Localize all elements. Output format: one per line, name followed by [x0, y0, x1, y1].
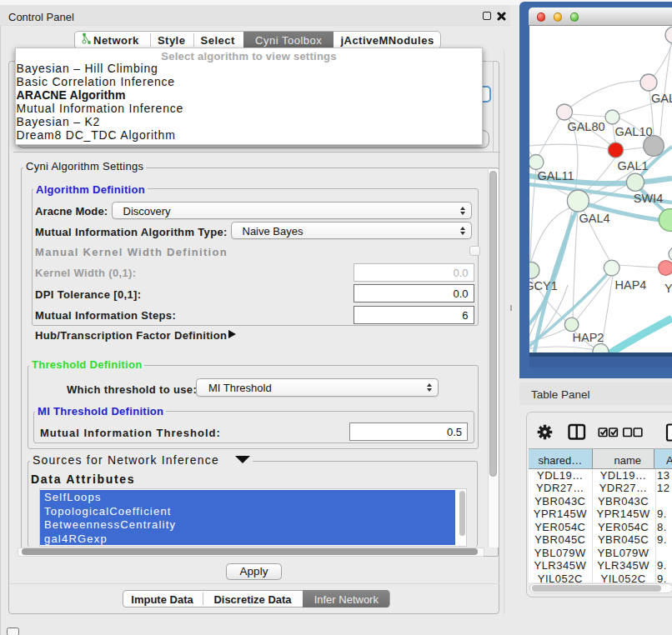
svg-text:YJ: YJ: [664, 282, 672, 295]
svg-text:HAP4: HAP4: [615, 278, 647, 292]
svg-text:GAL1: GAL1: [617, 159, 648, 172]
svg-text:GAL80: GAL80: [567, 120, 604, 133]
svg-text:GAL7: GAL7: [651, 92, 672, 105]
svg-text:SWI4: SWI4: [634, 192, 663, 205]
svg-text:GAL4: GAL4: [579, 212, 609, 225]
svg-text:HAP2: HAP2: [573, 331, 604, 344]
svg-text:GAL10: GAL10: [614, 125, 652, 138]
svg-text:GCY1: GCY1: [529, 279, 558, 292]
svg-text:GAL11: GAL11: [537, 169, 574, 182]
